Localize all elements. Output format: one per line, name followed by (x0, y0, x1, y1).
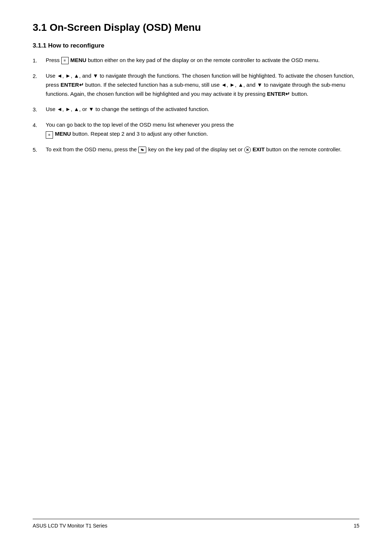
step-number: 2. (33, 71, 46, 81)
list-item: 3. Use ◄, ►, ▲, or ▼ to change the setti… (33, 105, 359, 114)
arrow-down-3: ▼ (89, 106, 94, 112)
step-content: Use ◄, ►, ▲, or ▼ to change the settings… (46, 105, 359, 114)
exit-label: EXIT (253, 146, 265, 152)
footer: ASUS LCD TV Monitor T1 Series 15 (33, 519, 359, 529)
arrow-up-3: ▲ (74, 106, 79, 112)
arrow-right-3: ► (65, 106, 71, 112)
page-container: 3.1 On-Screen Display (OSD) Menu 3.1.1 H… (0, 0, 392, 554)
footer-page-number: 15 (354, 523, 359, 529)
step-number: 3. (33, 105, 46, 114)
step-content: Use ◄, ►, ▲, and ▼ to navigate through t… (46, 71, 359, 98)
list-item: 1. Press ≡ MENU button either on the key… (33, 56, 359, 65)
arrow-right: ► (65, 73, 71, 79)
step-number: 5. (33, 145, 46, 154)
arrow-left-2: ◄ (221, 82, 226, 88)
arrow-right-2: ► (229, 82, 235, 88)
main-section-title: 3.1 On-Screen Display (OSD) Menu (33, 22, 359, 33)
menu-icon: ≡ (61, 57, 69, 64)
list-item: 2. Use ◄, ►, ▲, and ▼ to navigate throug… (33, 71, 359, 98)
step-content: To exit from the OSD menu, press the ↹ k… (46, 145, 359, 154)
menu-icon-2: ≡ (46, 131, 53, 139)
step-number: 4. (33, 120, 46, 130)
list-item: 5. To exit from the OSD menu, press the … (33, 145, 359, 154)
step-content: You can go back to the top level of the … (46, 120, 359, 139)
enter-button-label: ENTER↵ (61, 82, 84, 88)
exit-key-icon: ↹ (138, 147, 146, 153)
steps-list: 1. Press ≡ MENU button either on the key… (33, 56, 359, 154)
enter-button-label-2: ENTER↵ (267, 91, 290, 97)
footer-left-text: ASUS LCD TV Monitor T1 Series (33, 523, 107, 529)
arrow-left: ◄ (57, 73, 62, 79)
x-exit-icon: ✕ (244, 147, 251, 153)
arrow-down: ▼ (93, 73, 98, 79)
menu-label: MENU (70, 57, 86, 63)
arrow-up-2: ▲ (238, 82, 244, 88)
subsection-title: 3.1.1 How to reconfigure (33, 42, 359, 49)
list-item: 4. You can go back to the top level of t… (33, 120, 359, 139)
step-number: 1. (33, 56, 46, 65)
arrow-left-3: ◄ (57, 106, 62, 112)
arrow-up: ▲ (74, 73, 79, 79)
step-content: Press ≡ MENU button either on the key pa… (46, 56, 359, 65)
menu-label-2: MENU (55, 131, 71, 137)
arrow-down-2: ▼ (257, 82, 262, 88)
